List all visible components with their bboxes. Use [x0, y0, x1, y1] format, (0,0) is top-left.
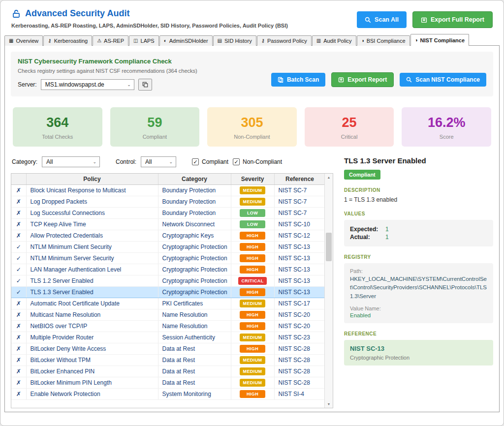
tab-password-policy[interactable]: ⚷Password Policy — [257, 35, 312, 46]
policy-row[interactable]: ✗BitLocker Enhanced PINData at RestMEDIU… — [11, 366, 325, 377]
severity-badge: HIGH — [240, 390, 265, 398]
scroll-up-arrow-icon[interactable]: ▲ — [325, 174, 333, 181]
reference-cell: NIST SC-10 — [274, 219, 325, 230]
severity-badge: MEDIUM — [240, 186, 265, 194]
table-scrollbar[interactable]: ▲ ▼ — [324, 174, 333, 408]
tab-audit-policy[interactable]: ▥Audit Policy — [312, 35, 356, 46]
values-box: Expected: 1 Actual: 1 — [344, 220, 493, 246]
policy-row[interactable]: ✗Multicast Name ResolutionName Resolutio… — [11, 309, 325, 321]
severity-badge: HIGH — [240, 254, 265, 262]
noncompliant-x-icon: ✗ — [11, 208, 26, 219]
registry-value-name-label: Value Name: — [350, 305, 487, 311]
compliant-filter-checkbox[interactable]: ✓ Compliant — [192, 158, 228, 165]
severity-cell: MEDIUM — [231, 196, 274, 208]
policy-row[interactable]: ✗Log Successful ConnectionsBoundary Prot… — [11, 208, 325, 219]
noncompliant-x-icon: ✗ — [11, 309, 26, 321]
control-filter-select[interactable]: All ⌄ — [141, 156, 176, 167]
severity-badge: HIGH — [240, 311, 265, 319]
column-header-reference[interactable]: Reference — [274, 174, 325, 185]
export-full-report-button[interactable]: Export Full Report — [412, 11, 493, 28]
noncompliant-x-icon: ✗ — [11, 230, 26, 242]
policy-row[interactable]: ✓TLS 1.2 Server EnabledCryptographic Pro… — [11, 275, 325, 287]
policy-row[interactable]: ✗Multiple Provider RouterSession Authent… — [11, 332, 325, 343]
severity-badge: MEDIUM — [240, 379, 265, 387]
tab-kerberoasting[interactable]: ⚷Kerberoasting — [43, 35, 92, 46]
registry-section-label: REGISTRY — [344, 254, 493, 260]
noncompliant-filter-checkbox[interactable]: ✓ Non-Compliant — [233, 158, 282, 165]
policy-row[interactable]: ✓NTLM Minimum Server SecurityCryptograph… — [11, 253, 325, 264]
column-header-severity[interactable]: Severity — [231, 174, 274, 185]
scan-all-button[interactable]: Scan All — [357, 11, 407, 28]
policy-row[interactable]: ✗BitLocker Without TPMData at RestMEDIUM… — [11, 355, 325, 366]
category-cell: Cryptographic Protection — [158, 264, 231, 275]
column-header-category[interactable]: Category — [158, 174, 231, 185]
category-filter-value: All — [46, 158, 53, 165]
stat-card-compliant: 59Compliant — [110, 107, 200, 147]
severity-cell: MEDIUM — [231, 185, 274, 196]
tab-label: Overview — [16, 38, 38, 44]
policy-row[interactable]: ✓NTLM Minimum Client SecurityCryptograph… — [11, 242, 325, 253]
compliant-check-icon: ✓ — [11, 253, 26, 264]
search-icon — [406, 77, 412, 83]
severity-badge: HIGH — [240, 288, 265, 296]
severity-badge: HIGH — [240, 243, 265, 251]
severity-cell: MEDIUM — [231, 366, 274, 377]
policy-row[interactable]: ✗BitLocker Deny Write AccessData at Rest… — [11, 343, 325, 355]
export-report-label: Export Report — [347, 76, 387, 83]
tab-content-nist-compliance: NIST Cybersecurity Framework Compliance … — [4, 45, 500, 412]
policy-row[interactable]: ✗Log Dropped PacketsBoundary ProtectionM… — [11, 196, 325, 208]
reference-cell: NIST SC-28 — [274, 355, 325, 366]
batch-icon — [278, 77, 284, 83]
registry-box: Path: HKEY_LOCAL_MACHINE\SYSTEM\CurrentC… — [344, 263, 493, 323]
policy-row[interactable]: ✗BitLocker Minimum PIN LengthData at Res… — [11, 377, 325, 389]
reference-cell: NIST SC-13 — [274, 264, 325, 275]
lock-icon — [11, 9, 21, 19]
policy-row[interactable]: ✗Enable Network ProtectionSystem Monitor… — [11, 389, 325, 400]
policy-row[interactable]: ✗Allow Protected CredentialsCryptographi… — [11, 230, 325, 242]
tab-as-rep[interactable]: ⚠AS-REP — [93, 35, 128, 46]
reference-cell: NIST SI-4 — [274, 389, 325, 400]
shield-half-icon: ◑ — [415, 38, 418, 43]
scrollbar-thumb[interactable] — [326, 233, 332, 261]
nist-section-actions: Batch Scan Export Report — [271, 68, 486, 91]
tab-overview[interactable]: ▦Overview — [4, 35, 43, 46]
refresh-servers-button[interactable] — [138, 79, 152, 91]
policy-row[interactable]: ✓LAN Manager Authentication LevelCryptog… — [11, 264, 325, 275]
tab-sid-history[interactable]: ▤SID History — [213, 35, 256, 46]
severity-cell: HIGH — [231, 253, 274, 264]
batch-scan-button[interactable]: Batch Scan — [271, 73, 325, 87]
compliant-check-icon: ✓ — [11, 287, 26, 298]
batch-scan-label: Batch Scan — [287, 76, 319, 83]
policy-row[interactable]: ✓TLS 1.3 Server EnabledCryptographic Pro… — [11, 287, 325, 298]
table-header-row: Policy Category Severity Reference — [11, 174, 325, 185]
column-header-status[interactable] — [11, 174, 26, 185]
reference-cell: NIST SC-12 — [274, 230, 325, 242]
noncompliant-x-icon: ✗ — [11, 321, 26, 332]
policy-name-cell: NTLM Minimum Client Security — [26, 242, 158, 253]
compliant-check-icon: ✓ — [11, 264, 26, 275]
nist-section-header: NIST Cybersecurity Framework Compliance … — [11, 52, 493, 96]
shield-half-icon: ◑ — [361, 38, 364, 43]
column-header-policy[interactable]: Policy — [26, 174, 158, 185]
policy-row[interactable]: ✗NetBIOS over TCP/IPName ResolutionHIGHN… — [11, 321, 325, 332]
tab-bsi-compliance[interactable]: ◑BSI Compliance — [357, 35, 410, 46]
policy-row[interactable]: ✗Automatic Root Certificate UpdatePKI Ce… — [11, 298, 325, 309]
reference-cell: NIST SC-28 — [274, 377, 325, 389]
reference-cell: NIST SC-28 — [274, 343, 325, 355]
tab-laps[interactable]: ◫LAPS — [129, 35, 159, 46]
stat-value: 59 — [115, 115, 195, 130]
category-cell: Data at Rest — [158, 366, 231, 377]
export-report-button[interactable]: Export Report — [331, 72, 394, 87]
app-header-left: Advanced Security Audit Kerberoasting, A… — [11, 8, 288, 29]
tab-nist-compliance[interactable]: ◑NIST Compliance — [410, 34, 470, 46]
shield-icon: ◐ — [164, 38, 167, 43]
policy-row[interactable]: ✗Block Unicast Response to MulticastBoun… — [11, 185, 325, 196]
server-select[interactable]: MS1.windowspapst.de ⌄ — [41, 79, 134, 90]
scan-nist-compliance-button[interactable]: Scan NIST Compliance — [400, 73, 486, 87]
category-filter-select[interactable]: All ⌄ — [42, 156, 100, 167]
policy-row[interactable]: ✗TCP Keep Alive TimeNetwork DisconnectLO… — [11, 219, 325, 230]
export-icon — [338, 77, 344, 83]
severity-badge: MEDIUM — [240, 198, 265, 206]
scroll-down-arrow-icon[interactable]: ▼ — [325, 400, 333, 408]
tab-adminsdholder[interactable]: ◐AdminSDHolder — [159, 35, 213, 46]
